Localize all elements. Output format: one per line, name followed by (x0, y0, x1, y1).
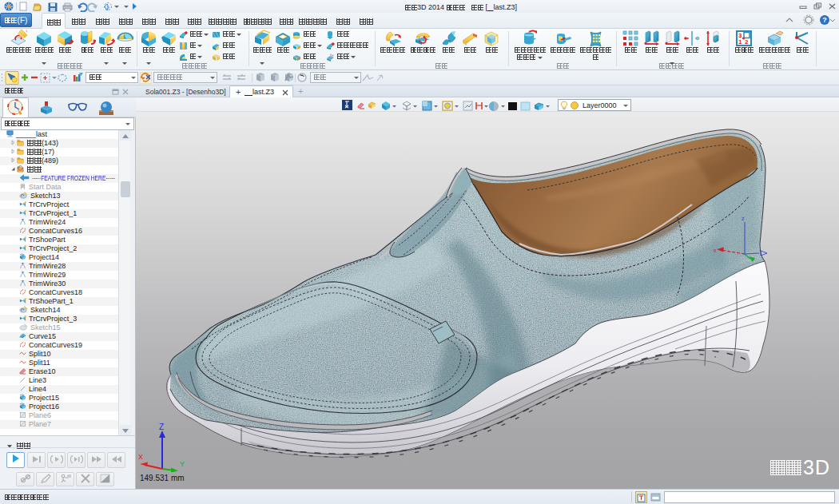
svg-text:X: X (138, 453, 143, 461)
svg-text:x: x (714, 248, 717, 253)
svg-text:Z: Z (159, 423, 164, 431)
svg-text:?: ? (822, 16, 827, 24)
svg-text:Y: Y (180, 460, 185, 468)
svg-text:z: z (742, 216, 745, 221)
